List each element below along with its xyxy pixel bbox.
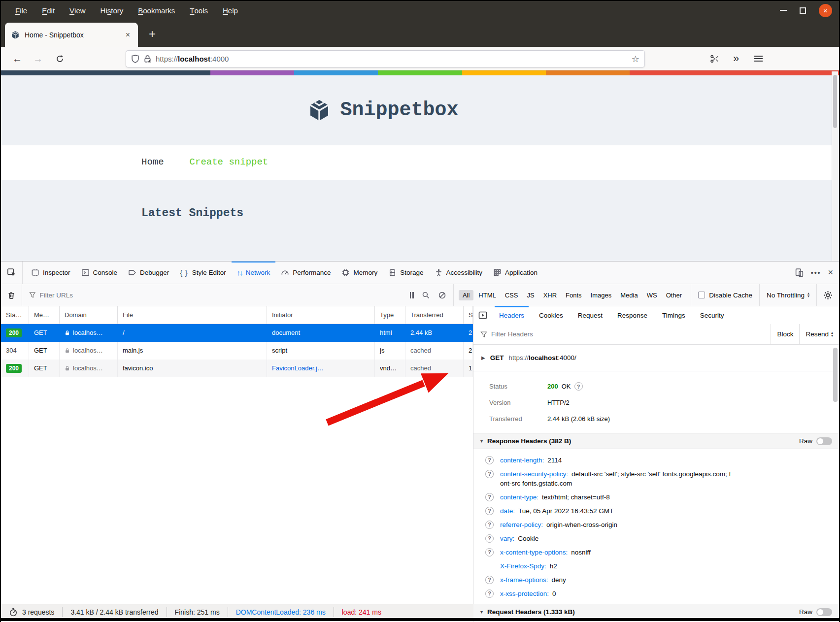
disable-cache-label[interactable]: Disable Cache (709, 292, 752, 299)
menu-bookmarks[interactable]: Bookmarks (131, 1, 182, 20)
reload-button[interactable] (51, 47, 68, 70)
hamburger-menu-icon[interactable] (750, 47, 767, 70)
response-headers-section[interactable]: ▾ Response Headers (382 B) Raw (473, 433, 839, 449)
status-help-icon[interactable]: ? (574, 382, 583, 391)
devtools-tab-style-editor[interactable]: { } Style Editor (174, 262, 231, 284)
back-button[interactable]: ← (9, 47, 26, 70)
block-button[interactable]: Block (771, 324, 799, 344)
col-type[interactable]: Type (375, 306, 405, 324)
minimize-button[interactable] (780, 10, 787, 11)
devtools-tab-application[interactable]: Application (488, 262, 543, 284)
header-row[interactable]: ? referrer-policy:origin-when-cross-orig… (473, 518, 839, 531)
header-row[interactable]: ? content-type:text/html; charset=utf-8 (473, 490, 839, 504)
domcontentloaded-time[interactable]: DOMContentLoaded: 236 ms (228, 608, 334, 616)
cell-initiator-link[interactable]: FaviconLoader.j… (267, 360, 375, 377)
menu-tools[interactable]: Tools (182, 1, 215, 20)
raw-toggle[interactable] (816, 437, 832, 445)
menu-help[interactable]: Help (215, 1, 245, 20)
devtools-tab-storage[interactable]: Storage (383, 262, 429, 284)
header-help-icon[interactable]: ? (485, 576, 494, 584)
col-method[interactable]: Me… (29, 306, 60, 324)
resend-button[interactable]: Resend ▴▾ (799, 324, 839, 344)
devtools-options-icon[interactable]: ••• (811, 269, 821, 277)
header-help-icon[interactable]: ? (485, 456, 494, 464)
menu-file[interactable]: File (8, 1, 34, 20)
filter-urls-input[interactable] (40, 292, 403, 299)
devtools-tab-inspector[interactable]: Inspector (26, 262, 76, 284)
clear-requests-button[interactable] (1, 284, 22, 306)
split-panel-toggle[interactable] (473, 306, 492, 324)
header-row[interactable]: ? content-length:2114 (473, 453, 839, 467)
collapse-twisty-icon[interactable]: ▾ (480, 438, 483, 444)
header-help-icon[interactable]: ? (485, 548, 494, 557)
devtools-close-icon[interactable]: × (828, 267, 833, 278)
col-domain[interactable]: Domain (60, 306, 118, 324)
url-bar[interactable]: https://localhost:4000 ☆ (126, 50, 645, 67)
filter-type-other[interactable]: Other (662, 290, 686, 300)
devtools-tab-performance[interactable]: Performance (275, 262, 336, 284)
browser-tab-snippetbox[interactable]: Home - Snippetbox × (5, 23, 138, 47)
col-status[interactable]: Sta… (1, 306, 29, 324)
col-size[interactable]: S (464, 306, 473, 324)
devtools-tab-accessibility[interactable]: Accessibility (429, 262, 488, 284)
header-row[interactable]: ? vary:Cookie (473, 531, 839, 545)
header-help-icon[interactable]: ? (485, 589, 494, 598)
menu-edit[interactable]: Edit (34, 1, 62, 20)
site-nav-create-snippet-link[interactable]: Create snippet (190, 157, 269, 167)
header-help-icon[interactable]: ? (485, 534, 494, 543)
lock-warning-icon[interactable] (143, 55, 152, 63)
filter-type-js[interactable]: JS (523, 290, 538, 300)
pick-element-button[interactable] (1, 262, 23, 284)
panel-tab-headers[interactable]: Headers (492, 306, 532, 324)
menu-view[interactable]: View (62, 1, 93, 20)
block-icon[interactable] (438, 291, 446, 299)
raw-toggle[interactable] (816, 608, 832, 616)
tab-close-icon[interactable]: × (124, 31, 132, 39)
devtools-tab-debugger[interactable]: Debugger (123, 262, 174, 284)
load-time[interactable]: load: 241 ms (334, 608, 389, 616)
header-help-icon[interactable]: ? (485, 493, 494, 501)
request-url-row[interactable]: ▶ GET https://localhost:4000/ (473, 345, 839, 371)
header-row[interactable]: ? x-content-type-options:nosniff (473, 545, 839, 559)
devtools-tab-memory[interactable]: Memory (336, 262, 383, 284)
search-icon[interactable] (422, 291, 430, 299)
col-file[interactable]: File (118, 306, 267, 324)
filter-type-html[interactable]: HTML (474, 290, 500, 300)
header-row[interactable]: ? x-xss-protection:0 (473, 587, 839, 600)
filter-type-images[interactable]: Images (587, 290, 616, 300)
page-scrollbar-thumb[interactable] (833, 75, 837, 128)
maximize-button[interactable] (800, 7, 806, 14)
close-window-button[interactable]: × (819, 4, 832, 17)
filter-type-css[interactable]: CSS (501, 290, 522, 300)
table-row-favicon[interactable]: 200 GET localhos… favicon.ico FaviconLoa… (1, 360, 473, 377)
new-tab-button[interactable]: + (145, 27, 160, 41)
network-settings-button[interactable] (816, 284, 839, 306)
panel-tab-security[interactable]: Security (693, 306, 732, 324)
site-nav-home-link[interactable]: Home (141, 157, 164, 167)
panel-tab-cookies[interactable]: Cookies (532, 306, 571, 324)
throttling-dropdown[interactable]: No Throttling ▴▾ (767, 292, 809, 299)
page-scrollbar[interactable] (832, 71, 838, 261)
header-help-icon[interactable]: ? (485, 470, 494, 478)
filter-type-xhr[interactable]: XHR (539, 290, 561, 300)
overflow-chevrons-icon[interactable]: » (728, 47, 744, 70)
disable-cache-checkbox[interactable] (698, 292, 705, 298)
col-initiator[interactable]: Initiator (267, 306, 375, 324)
header-row[interactable]: ? x-frame-options:deny (473, 573, 839, 587)
header-help-icon[interactable]: ? (485, 521, 494, 529)
devtools-tab-network[interactable]: ↑↓ Network (232, 262, 276, 284)
panel-tab-response[interactable]: Response (610, 306, 655, 324)
table-row-document[interactable]: 200 GET localhos… / document html 2.44 k… (1, 324, 473, 342)
shield-icon[interactable] (131, 55, 139, 63)
expand-twisty-icon[interactable]: ▶ (481, 355, 485, 360)
table-row-mainjs[interactable]: 304 GET localhos… main.js script js cach… (1, 342, 473, 360)
menu-history[interactable]: History (93, 1, 131, 20)
devtools-tab-console[interactable]: Console (76, 262, 123, 284)
collapse-twisty-icon[interactable]: ▾ (480, 609, 483, 615)
header-row[interactable]: ? content-security-policy:default-src 's… (473, 467, 839, 490)
filter-type-fonts[interactable]: Fonts (562, 290, 586, 300)
panel-tab-timings[interactable]: Timings (655, 306, 693, 324)
filter-urls-field[interactable] (22, 292, 403, 299)
bookmark-star-icon[interactable]: ☆ (632, 54, 639, 65)
site-brand-title[interactable]: Snippetbox (340, 99, 458, 121)
